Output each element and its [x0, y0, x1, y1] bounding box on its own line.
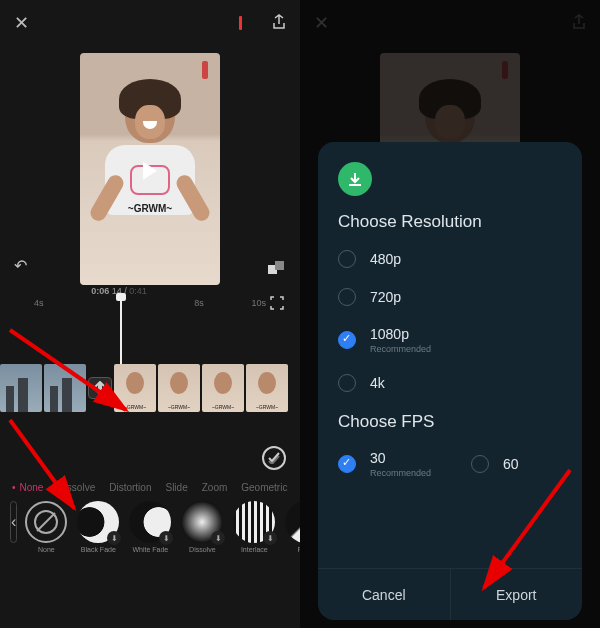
top-bar: ✕	[0, 0, 300, 46]
cat-dissolve[interactable]: Dissolve	[57, 482, 95, 493]
record-indicator	[239, 16, 242, 30]
time-ruler: 4s 0:06 14 / 0:41 8s 10s	[0, 298, 300, 308]
clip-2[interactable]: ~GRWM~	[114, 364, 156, 412]
clip-1[interactable]	[0, 364, 42, 412]
video-caption: ~GRWM~	[128, 203, 172, 214]
fps-60[interactable]: 60	[471, 450, 519, 478]
cat-distortion[interactable]: Distortion	[109, 482, 151, 493]
export-screen: ✕ Choose Resolution 480p 720p 1080p Reco…	[300, 0, 600, 628]
clip-2b[interactable]: ~GRWM~	[158, 364, 200, 412]
scroll-left-icon[interactable]: ‹	[10, 501, 17, 543]
cat-none[interactable]: None	[20, 482, 44, 493]
clip-track[interactable]: ~GRWM~ ~GRWM~ ~GRWM~ ~GRWM~	[0, 364, 300, 412]
fx-white-fade[interactable]: White Fade	[127, 501, 173, 553]
radio-icon	[338, 374, 356, 392]
preview-video[interactable]: ~GRWM~	[80, 53, 220, 285]
play-icon[interactable]	[143, 162, 157, 180]
res-4k[interactable]: 4k	[338, 374, 562, 392]
radio-checked-icon	[338, 331, 356, 349]
timeline[interactable]: 4s 0:06 14 / 0:41 8s 10s ~GRWM~ ~GRWM~ ~…	[0, 292, 300, 442]
cat-zoom[interactable]: Zoom	[202, 482, 228, 493]
sheet-buttons: Cancel Export	[318, 568, 582, 620]
apply-all-button[interactable]	[262, 446, 286, 470]
cancel-button[interactable]: Cancel	[318, 569, 450, 620]
radio-checked-icon	[338, 455, 356, 473]
layers-icon[interactable]	[268, 261, 284, 275]
fx-black-fade[interactable]: Black Fade	[75, 501, 121, 553]
fps-30[interactable]: 30 Recommended	[338, 450, 431, 478]
tick-10s: 10s	[251, 298, 266, 308]
fx-prism[interactable]: Prism	[283, 501, 300, 553]
svg-rect-1	[275, 261, 284, 270]
fps-heading: Choose FPS	[338, 412, 562, 432]
export-sheet: Choose Resolution 480p 720p 1080p Recomm…	[318, 142, 582, 620]
share-icon[interactable]	[272, 14, 286, 33]
res-480p[interactable]: 480p	[338, 250, 562, 268]
clip-2c[interactable]: ~GRWM~	[202, 364, 244, 412]
clip-2d[interactable]: ~GRWM~	[246, 364, 288, 412]
cat-geometric[interactable]: Geometric	[241, 482, 287, 493]
cat-slide[interactable]: Slide	[165, 482, 187, 493]
preview-stage: ~GRWM~ ↶	[0, 46, 300, 292]
undo-icon[interactable]: ↶	[14, 256, 27, 275]
svg-line-3	[37, 513, 55, 531]
tick-4s: 4s	[34, 298, 44, 308]
effects-panel: • None Dissolve Distortion Slide Zoom Ge…	[0, 442, 300, 628]
radio-icon	[471, 455, 489, 473]
clip-1b[interactable]	[44, 364, 86, 412]
editor-screen: ✕ ~GRWM~ ↶ 4s	[0, 0, 300, 628]
radio-icon	[338, 288, 356, 306]
active-dot: •	[12, 482, 16, 493]
res-1080p[interactable]: 1080p Recommended	[338, 326, 562, 354]
close-icon[interactable]: ✕	[14, 12, 29, 34]
effect-list: ‹ None Black Fade White Fade Dissolve In…	[0, 493, 300, 553]
transition-button[interactable]	[88, 377, 112, 399]
fx-interlace[interactable]: Interlace	[231, 501, 277, 553]
export-button[interactable]: Export	[450, 569, 583, 620]
res-720p[interactable]: 720p	[338, 288, 562, 306]
fx-none[interactable]: None	[23, 501, 69, 553]
download-icon	[338, 162, 372, 196]
fx-dissolve[interactable]: Dissolve	[179, 501, 225, 553]
tick-8s: 8s	[194, 298, 204, 308]
resolution-heading: Choose Resolution	[338, 212, 562, 232]
effect-categories: • None Dissolve Distortion Slide Zoom Ge…	[0, 482, 300, 493]
radio-icon	[338, 250, 356, 268]
